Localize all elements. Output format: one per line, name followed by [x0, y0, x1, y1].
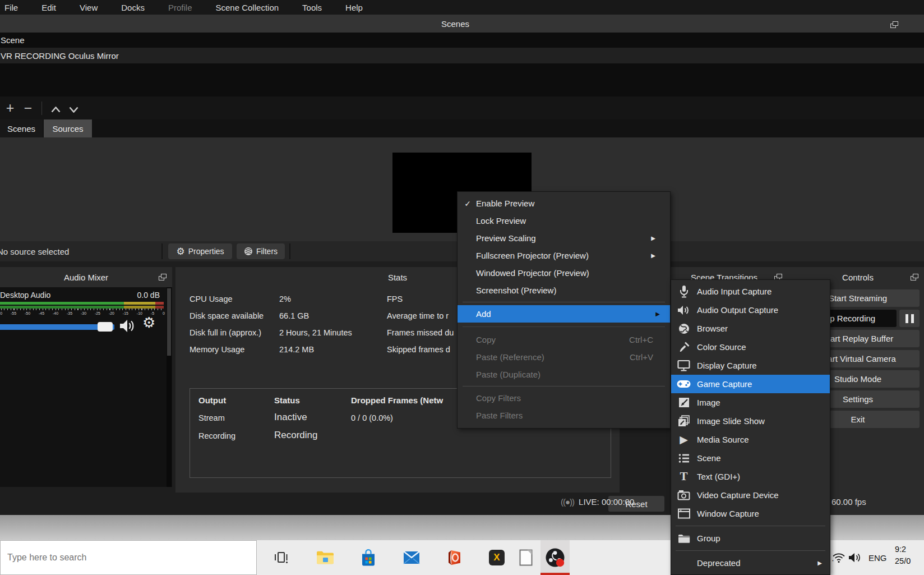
monitor-icon [676, 358, 691, 373]
menu-edit[interactable]: Edit [30, 0, 68, 15]
image-icon [676, 395, 691, 410]
tab-scenes[interactable]: Scenes [0, 119, 43, 137]
microsoft-store-icon[interactable] [361, 549, 376, 567]
live-timer: LIVE: 00:00:00 [579, 497, 634, 507]
submenu-item-media-source[interactable]: ▶ Media Source [671, 430, 830, 449]
scene-list-item-selected[interactable]: VR RECORDING Oculus Mirror [0, 48, 924, 63]
menu-item-paste-duplicate[interactable]: Paste (Duplicate) [458, 366, 670, 383]
menu-tools[interactable]: Tools [290, 0, 334, 15]
scene-name: Scene [1, 35, 25, 45]
obs-app-icon[interactable] [545, 548, 565, 568]
fps-value: 60.00 fps [831, 497, 866, 507]
menu-help[interactable]: Help [334, 0, 375, 15]
scene-list-icon [676, 451, 691, 466]
submenu-item-audio-output-capture[interactable]: Audio Output Capture [671, 301, 830, 319]
menu-item-add[interactable]: Add ▶ [458, 305, 670, 323]
menu-scene-collection[interactable]: Scene Collection [204, 0, 291, 15]
source-status-label: No source selected [0, 247, 69, 256]
submenu-item-window-capture[interactable]: Window Capture [671, 504, 830, 523]
properties-button[interactable]: ⚙ Properties [168, 243, 232, 259]
move-down-icon[interactable] [64, 101, 82, 115]
file-explorer-icon[interactable] [316, 550, 334, 565]
submenu-arrow-icon: ▶ [651, 252, 655, 259]
submenu-item-display-capture[interactable]: Display Capture [671, 356, 830, 375]
col-header-output: Output [198, 395, 226, 405]
popout-icon[interactable] [159, 274, 167, 280]
menu-item-preview-scaling[interactable]: Preview Scaling ▶ [458, 229, 670, 247]
tab-sources[interactable]: Sources [44, 119, 92, 137]
menu-item-paste-filters[interactable]: Paste Filters [458, 407, 670, 424]
search-input[interactable] [1, 541, 256, 574]
submenu-item-image[interactable]: Image [671, 393, 830, 412]
menu-view[interactable]: View [68, 0, 109, 15]
menu-item-copy-filters[interactable]: Copy Filters [458, 389, 670, 407]
submenu-item-group[interactable]: Group [671, 529, 830, 548]
menu-bar: File Edit View Docks Profile Scene Colle… [0, 0, 924, 15]
submenu-item-video-capture-device[interactable]: Video Capture Device [671, 486, 830, 504]
submenu-item-deprecated[interactable]: Deprecated ▶ [671, 554, 830, 572]
audio-mixer-header[interactable]: Audio Mixer [0, 267, 172, 287]
mail-icon[interactable] [403, 551, 420, 564]
toolbar-divider [161, 243, 163, 259]
menu-profile[interactable]: Profile [156, 0, 204, 15]
gear-icon[interactable]: ⚙ [142, 315, 155, 330]
filters-icon [244, 247, 253, 256]
document-app-icon[interactable] [520, 550, 533, 566]
add-scene-icon[interactable]: + [1, 101, 19, 115]
submenu-item-image-slide-show[interactable]: Image Slide Show [671, 412, 830, 430]
submenu-item-scene[interactable]: Scene [671, 449, 830, 467]
submenu-item-text-gdi[interactable]: T Text (GDI+) [671, 467, 830, 486]
taskbar-search[interactable] [0, 540, 257, 575]
language-indicator[interactable]: ENG [868, 553, 887, 563]
pause-recording-button[interactable] [899, 310, 920, 327]
toolbar-divider [41, 102, 42, 115]
mixer-channel-label: Desktop Audio [0, 291, 50, 300]
game-app-icon[interactable]: X [489, 550, 505, 565]
scenes-dock-header: Scenes [0, 15, 924, 33]
task-view-icon[interactable] [273, 550, 289, 565]
active-app-underline [540, 573, 570, 575]
popout-icon[interactable] [911, 274, 918, 280]
scene-list-item[interactable]: Scene [0, 33, 924, 48]
menu-item-paste-reference[interactable]: Paste (Reference) Ctrl+V [458, 348, 670, 366]
menu-item-enable-preview[interactable]: ✓ Enable Preview [458, 195, 670, 212]
clock[interactable]: 9:2 25/0 [895, 544, 924, 567]
submenu-item-game-capture[interactable]: Game Capture [671, 375, 830, 393]
move-up-icon[interactable] [47, 101, 64, 115]
menu-item-windowed-projector[interactable]: Windowed Projector (Preview) [458, 264, 670, 282]
menu-item-fullscreen-projector[interactable]: Fullscreen Projector (Preview) ▶ [458, 247, 670, 264]
output-name: Recording [198, 431, 235, 440]
menu-item-screenshot[interactable]: Screenshot (Preview) [458, 282, 670, 299]
popout-icon[interactable] [890, 21, 898, 28]
menu-item-copy[interactable]: Copy Ctrl+C [458, 331, 670, 348]
submenu-item-audio-input-capture[interactable]: Audio Input Capture [671, 282, 830, 301]
submenu-item-color-source[interactable]: Color Source [671, 338, 830, 356]
obs-taskbar-slot[interactable] [540, 540, 570, 575]
remove-scene-icon[interactable]: − [19, 101, 37, 115]
output-dropped: 0 / 0 (0.0%) [351, 413, 393, 422]
menu-file[interactable]: File [0, 0, 30, 15]
wifi-icon[interactable]: * [832, 552, 846, 563]
volume-slider-handle[interactable] [98, 322, 113, 332]
speaker-icon[interactable] [119, 319, 136, 335]
filters-button[interactable]: Filters [237, 243, 285, 259]
scrollbar[interactable] [167, 287, 172, 487]
audio-mixer-body: Desktop Audio 0.0 dB -60-55-50-45-40-35-… [0, 287, 172, 487]
stat-value: 2 Hours, 21 Minutes [279, 328, 352, 337]
obs-desktop: File Edit View Docks Profile Scene Colle… [0, 0, 924, 575]
menu-item-lock-preview[interactable]: Lock Preview [458, 212, 670, 229]
shortcut-label: Ctrl+C [629, 335, 653, 344]
clock-time: 9:2 [895, 544, 924, 555]
menu-separator [463, 326, 665, 327]
volume-icon[interactable] [848, 551, 862, 564]
meter-scale: -60-55-50-45-40-35-30-25-20-15-10-50 [0, 311, 165, 315]
scene-name: VR RECORDING Oculus Mirror [1, 51, 119, 61]
slideshow-icon [676, 414, 691, 429]
submenu-item-browser[interactable]: Browser [671, 319, 830, 338]
stat-value: 2% [279, 295, 291, 303]
mixer-db-value: 0.0 dB [137, 291, 160, 300]
globe-icon [676, 321, 691, 336]
menu-docks[interactable]: Docks [109, 0, 156, 15]
office-icon[interactable] [447, 549, 463, 566]
properties-label: Properties [188, 247, 224, 256]
